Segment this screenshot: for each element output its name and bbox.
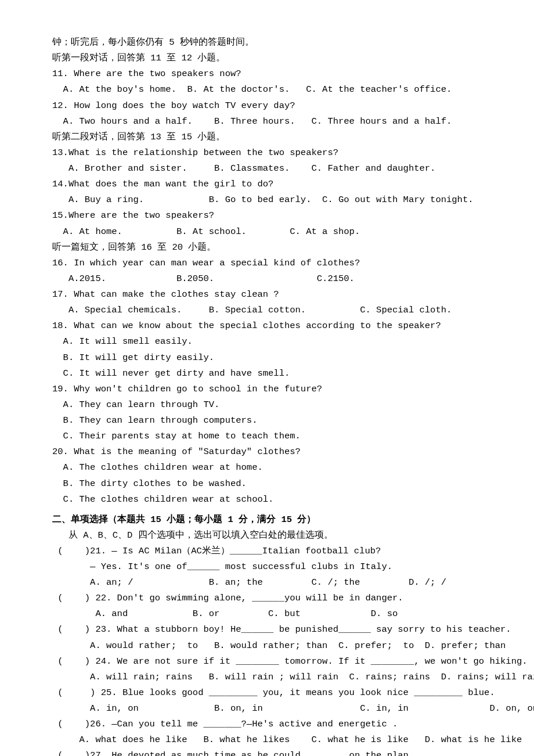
options-19c: C. Their parents stay at home to teach t… bbox=[52, 429, 482, 444]
question-22: ( ) 22. Don't go swimming alone, ______y… bbox=[52, 591, 482, 606]
question-21: ( )21. — Is AC Milan（AC米兰）______Italian … bbox=[52, 543, 482, 559]
options-11: A. At the boy's home. B. At the doctor's… bbox=[52, 82, 482, 98]
intro-line-2: 听第一段对话，回答第 11 至 12 小题。 bbox=[52, 51, 482, 66]
question-27: ( )27. He devoted as much time as he cou… bbox=[52, 748, 482, 756]
options-22: A. and B. or C. but D. so bbox=[52, 606, 482, 622]
options-21: A. an; / B. an; the C. /; the D. /; / bbox=[52, 575, 482, 591]
options-18c: C. It will never get dirty and have smel… bbox=[52, 366, 482, 381]
section-2-instruction: 从 A、B、C、D 四个选项中，选出可以填入空白处的最佳选项。 bbox=[52, 528, 482, 543]
options-19b: B. They can learn through computers. bbox=[52, 413, 482, 429]
question-26: ( )26. —Can you tell me _______?—He's ac… bbox=[52, 717, 482, 732]
question-25: ( ) 25. Blue looks good _________ you, i… bbox=[52, 685, 482, 701]
question-21-extra: — Yes. It's one of______ most successful… bbox=[52, 559, 482, 575]
section-2-title: 二、单项选择（本题共 15 小题；每小题 1 分，满分 15 分） bbox=[52, 512, 482, 528]
options-13: A. Brother and sister. B. Classmates. C.… bbox=[52, 161, 482, 177]
options-19a: A. They can learn through TV. bbox=[52, 397, 482, 413]
options-15: A. At home. B. At school. C. At a shop. bbox=[52, 224, 482, 240]
dialog2-header: 听第二段对话，回答第 13 至 15 小题。 bbox=[52, 129, 482, 145]
passage-header: 听一篇短文，回答第 16 至 20 小题。 bbox=[52, 240, 482, 255]
question-18: 18. What can we know about the special c… bbox=[52, 318, 482, 334]
question-17: 17. What can make the clothes stay clean… bbox=[52, 287, 482, 303]
options-17: A. Special chemicals. B. Special cotton.… bbox=[52, 303, 482, 318]
question-12: 12. How long does the boy watch TV every… bbox=[52, 98, 482, 114]
options-14: A. Buy a ring. B. Go to bed early. C. Go… bbox=[52, 192, 482, 208]
options-23: A. would rather; to B. would rather; tha… bbox=[52, 638, 482, 654]
question-15: 15.Where are the two speakers? bbox=[52, 208, 482, 224]
question-24: ( ) 24. We are not sure if it ________ t… bbox=[52, 654, 482, 669]
intro-line-1: 钟；听完后，每小题你仍有 5 秒钟的答题时间。 bbox=[52, 35, 482, 51]
options-26: A. what does he like B. what he likes C.… bbox=[52, 732, 482, 748]
question-11: 11. Where are the two speakers now? bbox=[52, 66, 482, 82]
options-24: A. will rain; rains B. will rain ; will … bbox=[52, 669, 482, 685]
options-12: A. Two hours and a half. B. Three hours.… bbox=[52, 114, 482, 129]
options-20c: C. The clothes children wear at school. bbox=[52, 492, 482, 507]
question-16: 16. In which year can man wear a special… bbox=[52, 255, 482, 271]
options-25: A. in, on B. on, in C. in, in D. on, on bbox=[52, 701, 482, 717]
question-23: ( ) 23. What a stubborn boy! He______ be… bbox=[52, 622, 482, 638]
options-18a: A. It will smell easily. bbox=[52, 334, 482, 350]
options-18b: B. It will get dirty easily. bbox=[52, 350, 482, 366]
question-20: 20. What is the meaning of "Saturday" cl… bbox=[52, 444, 482, 460]
question-13: 13.What is the relationship between the … bbox=[52, 145, 482, 161]
options-20a: A. The clothes children wear at home. bbox=[52, 460, 482, 476]
options-16: A.2015. B.2050. C.2150. bbox=[52, 271, 482, 287]
question-19: 19. Why won't children go to school in t… bbox=[52, 381, 482, 397]
question-14: 14.What does the man want the girl to do… bbox=[52, 177, 482, 192]
options-20b: B. The dirty clothes to be washed. bbox=[52, 476, 482, 492]
